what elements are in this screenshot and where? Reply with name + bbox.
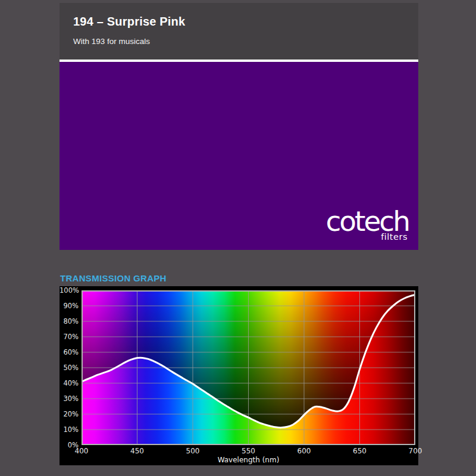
y-tick-label: 90% (60, 302, 79, 310)
transmission-graph-heading: TRANSMISSION GRAPH (60, 273, 167, 283)
filter-title: 194 – Surprise Pink (73, 15, 185, 29)
y-tick-label: 10% (60, 425, 79, 434)
cotech-logo: cotech (325, 207, 409, 235)
x-tick-label: 500 (181, 447, 205, 455)
y-tick-label: 60% (60, 348, 79, 356)
transmission-graph-panel: 100%90%80%70%60%50%40%30%20%10%0% 400450… (60, 286, 418, 465)
x-axis-title: Wavelength (nm) (82, 456, 415, 464)
y-tick-label: 20% (60, 410, 79, 418)
x-tick-label: 700 (403, 447, 427, 455)
filter-subtitle: With 193 for musicals (73, 37, 150, 46)
x-tick-label: 400 (70, 447, 93, 455)
y-tick-label: 50% (60, 364, 79, 372)
cotech-logo-filters: filters (381, 233, 408, 242)
y-tick-label: 70% (60, 333, 79, 341)
x-tick-label: 550 (237, 447, 261, 455)
y-tick-label: 30% (60, 394, 79, 403)
x-tick-label: 650 (348, 447, 372, 455)
x-tick-label: 450 (126, 447, 149, 455)
transmission-graph-plot (82, 290, 415, 445)
page: { "page": { "bg": "#4e4a4e" }, "header":… (0, 0, 476, 476)
filter-color-swatch: cotech filters (60, 62, 418, 250)
y-tick-label: 40% (60, 379, 79, 387)
header-card: 194 – Surprise Pink With 193 for musical… (60, 3, 418, 60)
x-tick-label: 600 (292, 447, 316, 455)
spectrum-chart-svg (82, 290, 415, 445)
y-tick-label: 100% (60, 286, 79, 295)
y-tick-label: 80% (60, 317, 79, 325)
